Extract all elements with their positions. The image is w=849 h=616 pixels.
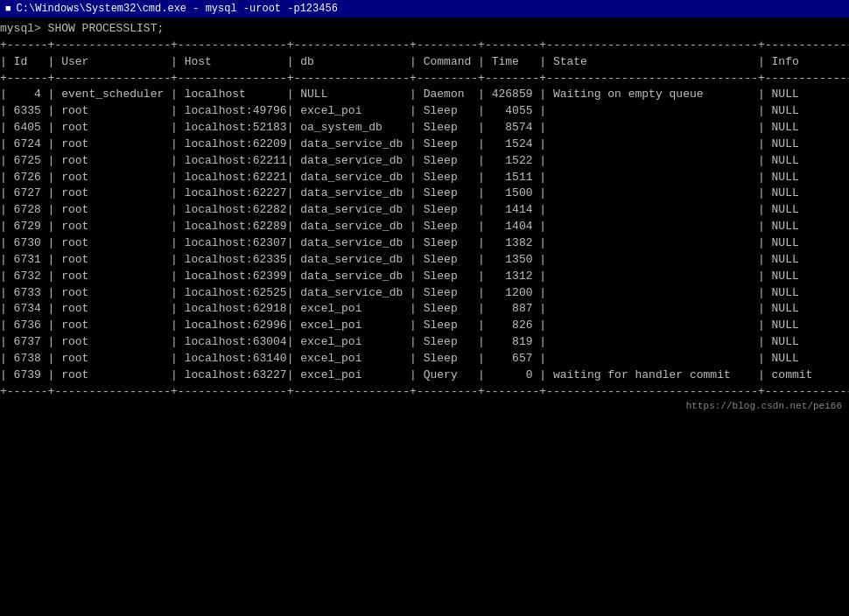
data-row-10: | 6731 | root | localhost:62335| data_se… <box>0 253 849 266</box>
data-row-14: | 6736 | root | localhost:62996| excel_p… <box>0 318 849 332</box>
data-row-4: | 6725 | root | localhost:62211| data_se… <box>0 154 849 167</box>
data-row-6: | 6727 | root | localhost:62227| data_se… <box>0 186 849 200</box>
data-row-15: | 6737 | root | localhost:63004| excel_p… <box>0 335 849 348</box>
separator-bottom: +------+-----------------+--------------… <box>0 385 849 398</box>
separator-header: +------+-----------------+--------------… <box>0 72 849 85</box>
terminal: mysql> SHOW PROCESSLIST; +------+-------… <box>0 18 849 616</box>
data-row-13: | 6734 | root | localhost:62918| excel_p… <box>0 302 849 315</box>
data-row-5: | 6726 | root | localhost:62221| data_se… <box>0 171 849 184</box>
separator-top: +------+-----------------+--------------… <box>0 38 849 52</box>
data-row-8: | 6729 | root | localhost:62289| data_se… <box>0 220 849 233</box>
terminal-content: mysql> SHOW PROCESSLIST; +------+-------… <box>0 21 849 400</box>
data-row-17: | 6739 | root | localhost:63227| excel_p… <box>0 368 849 382</box>
data-row-9: | 6730 | root | localhost:62307| data_se… <box>0 236 849 249</box>
prompt-line: mysql> SHOW PROCESSLIST; <box>0 22 164 35</box>
title-bar: ■ C:\Windows\System32\cmd.exe - mysql -u… <box>0 0 849 18</box>
title-bar-text: C:\Windows\System32\cmd.exe - mysql -uro… <box>17 3 338 15</box>
data-row-7: | 6728 | root | localhost:62282| data_se… <box>0 203 849 216</box>
data-row-12: | 6733 | root | localhost:62525| data_se… <box>0 286 849 299</box>
data-row-3: | 6724 | root | localhost:62209| data_se… <box>0 137 849 150</box>
title-bar-icon: ■ <box>5 4 11 14</box>
data-row-16: | 6738 | root | localhost:63140| excel_p… <box>0 352 849 365</box>
watermark: https://blog.csdn.net/pei66 <box>686 400 842 414</box>
data-row-11: | 6732 | root | localhost:62399| data_se… <box>0 270 849 283</box>
header-row: | Id | User | Host | db | Command | Time… <box>0 55 849 68</box>
data-row-1: | 6335 | root | localhost:49796| excel_p… <box>0 104 849 117</box>
data-row-0: | 4 | event_scheduler | localhost | NULL… <box>0 88 849 101</box>
data-row-2: | 6405 | root | localhost:52183| oa_syst… <box>0 121 849 134</box>
